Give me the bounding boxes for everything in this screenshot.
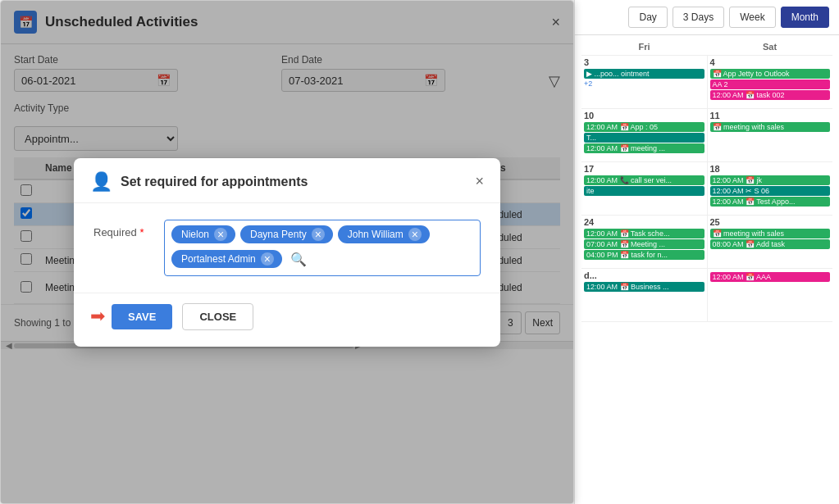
month-view-btn[interactable]: Month [781,7,829,28]
required-label: Required * [93,220,151,238]
calendar-week-5: d... 12:00 AM 📅 Business ... 12:00 AM 📅 … [581,269,832,322]
fri-header: Fri [581,39,707,55]
cal-cell-3[interactable]: 3 ▶ ...poo... ointment +2 [581,56,708,108]
cal-cell-4[interactable]: 4 📅 App Jetty to Outlook AA 2 12:00 AM 📅… [708,56,833,108]
inner-dialog-footer: ➡ SAVE CLOSE [74,293,500,347]
calendar-grid: Fri Sat 3 ▶ ...poo... ointment +2 4 📅 Ap… [575,35,839,325]
calendar-panel: Day 3 Days Week Month Fri Sat 3 ▶ ...poo… [574,0,839,504]
tag-dayna-penty-label: Dayna Penty [250,229,307,240]
cal-cell-11[interactable]: 11 📅 meeting with sales [708,109,833,161]
three-days-view-btn[interactable]: 3 Days [673,7,724,28]
required-label-text: Required [93,226,137,238]
calendar-header: Day 3 Days Week Month [575,0,839,35]
tag-portalnest-admin-label: Portalnest Admin [181,253,256,265]
arrow-icon: ➡ [90,306,105,327]
tag-dayna-penty-remove[interactable]: × [312,228,325,241]
cal-cell-24[interactable]: 24 12:00 AM 📅 Task sche... 07:00 AM 📅 Me… [581,216,708,268]
tag-portalnest-admin-remove[interactable]: × [261,252,274,266]
dialog-overlay: 👤 Set required for appointments × Requir… [1,1,573,503]
day-view-btn[interactable]: Day [628,7,667,28]
tag-nielon: Nielon × [171,225,235,243]
close-button[interactable]: CLOSE [182,303,253,330]
week-view-btn[interactable]: Week [729,7,775,28]
calendar-day-headers: Fri Sat [581,39,832,56]
tag-nielon-label: Nielon [181,229,209,240]
required-row: Required * Nielon × Dayna Penty × [93,220,481,276]
person-icon: 👤 [90,171,112,193]
cal-cell-18[interactable]: 18 12:00 AM 📅 jk 12:00 AM ✂ S 06 12:00 A… [708,162,833,215]
tag-nielon-remove[interactable]: × [214,228,227,241]
cal-cell-10[interactable]: 10 12:00 AM 📅 App : 05 T... 12:00 AM 📅 m… [581,109,708,161]
save-button[interactable]: SAVE [112,304,172,329]
cal-cell-25[interactable]: 25 📅 meeting with sales 08:00 AM 📅 Add t… [708,216,833,268]
calendar-week-4: 24 12:00 AM 📅 Task sche... 07:00 AM 📅 Me… [581,216,832,269]
tag-portalnest-admin: Portalnest Admin × [171,250,282,268]
calendar-week-2: 10 12:00 AM 📅 App : 05 T... 12:00 AM 📅 m… [581,109,832,162]
tag-john-william-remove[interactable]: × [408,228,422,241]
tag-dayna-penty: Dayna Penty × [240,225,333,243]
inner-dialog-body: Required * Nielon × Dayna Penty × [74,203,500,293]
calendar-week-3: 17 12:00 AM 📞 call ser vei... ite 18 12:… [581,162,832,216]
cal-cell-d[interactable]: d... 12:00 AM 📅 Business ... [581,269,708,321]
tag-john-william: John William × [338,225,430,243]
cal-cell-17[interactable]: 17 12:00 AM 📞 call ser vei... ite [581,162,708,215]
tag-john-william-label: John William [348,229,404,240]
inner-dialog-header: 👤 Set required for appointments × [74,158,500,203]
inner-dialog-close-button[interactable]: × [475,173,484,190]
inner-dialog: 👤 Set required for appointments × Requir… [74,158,500,347]
tags-box[interactable]: Nielon × Dayna Penty × John William × [164,220,481,276]
inner-dialog-title: Set required for appointments [121,175,308,189]
cal-cell-last[interactable]: 12:00 AM 📅 AAA [708,269,833,321]
sat-header: Sat [707,39,832,55]
tags-search-icon[interactable]: 🔍 [287,248,310,270]
required-star: * [139,226,144,238]
main-panel: 📅 Unscheduled Activities × Start Date 📅 … [0,0,574,504]
calendar-week-1: 3 ▶ ...poo... ointment +2 4 📅 App Jetty … [581,56,832,109]
inner-dialog-title-wrap: 👤 Set required for appointments [90,171,308,193]
